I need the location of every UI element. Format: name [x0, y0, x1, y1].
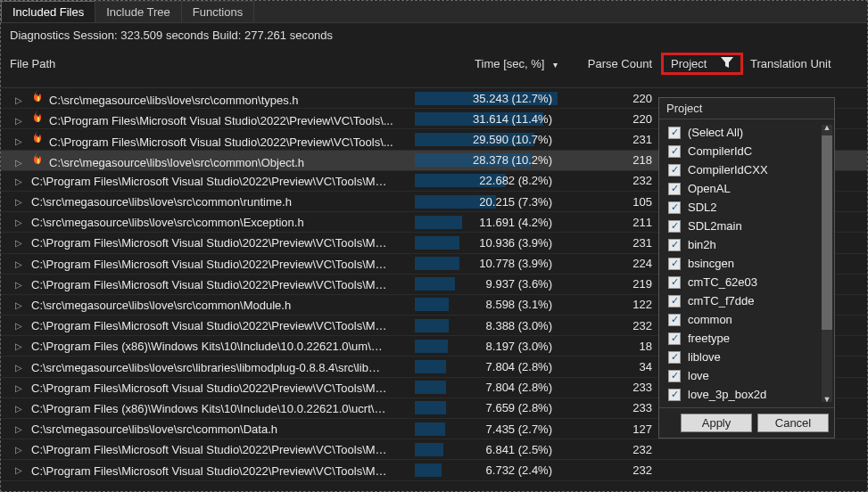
filter-item[interactable]: ✓bsincgen	[666, 254, 831, 273]
header-translation-unit[interactable]: Translation Unit	[745, 57, 861, 70]
header-time[interactable]: Time [sec, %] ▾	[415, 57, 566, 70]
checkbox-icon[interactable]: ✓	[668, 314, 681, 326]
expand-icon[interactable]: ▷	[15, 176, 28, 186]
checkbox-icon[interactable]: ✓	[668, 239, 681, 251]
filter-item[interactable]: ✓love	[666, 366, 831, 385]
table-row[interactable]: ▷C:\Program Files\Microsoft Visual Studi…	[1, 460, 867, 480]
cell-parse-count: 105	[566, 195, 656, 209]
filter-item[interactable]: ✓OpenAL	[666, 179, 831, 198]
project-filter-popup: Project ▲ ▼ ✓(Select All)✓CompilerIdC✓Co…	[658, 97, 835, 439]
filter-apply-button[interactable]: Apply	[681, 414, 752, 432]
filter-footer: Apply Cancel	[659, 407, 834, 438]
cell-file-path: ▷C:\Program Files (x86)\Windows Kits\10\…	[4, 401, 415, 415]
checkbox-icon[interactable]: ✓	[668, 370, 681, 382]
filter-item[interactable]: ✓CompilerIdCXX	[666, 160, 831, 179]
expand-icon[interactable]: ▷	[15, 136, 28, 146]
filter-item[interactable]: ✓freetype	[666, 329, 831, 348]
checkbox-icon[interactable]: ✓	[668, 351, 681, 364]
cell-parse-count: 127	[566, 422, 656, 436]
tab-bar: Included FilesInclude TreeFunctions	[1, 1, 867, 23]
header-parse-count[interactable]: Parse Count	[566, 57, 656, 70]
tab-include-tree[interactable]: Include Tree	[95, 1, 182, 22]
filter-icon[interactable]	[721, 57, 733, 70]
cell-time: 28.378 (10.2%)	[415, 153, 566, 167]
filter-item-label: love	[688, 369, 709, 382]
cell-file-path: ▷C:\Program Files\Microsoft Visual Studi…	[4, 318, 415, 332]
cell-file-path: ▷C:\src\megasource\libs\love\src\common\…	[4, 298, 415, 312]
cell-file-path: ▷C:\Program Files\Microsoft Visual Studi…	[4, 130, 415, 148]
expand-icon[interactable]: ▷	[15, 217, 28, 227]
filter-item[interactable]: ✓SDL2main	[666, 217, 831, 235]
cell-time: 11.691 (4.2%)	[415, 216, 566, 229]
expand-icon[interactable]: ▷	[15, 445, 28, 455]
cell-time: 9.937 (3.6%)	[415, 277, 566, 291]
cell-parse-count: 232	[566, 174, 656, 187]
expand-icon[interactable]: ▷	[15, 424, 28, 434]
cell-file-path: ▷C:\Program Files (x86)\Windows Kits\10\…	[4, 339, 415, 353]
cell-time: 8.197 (3.0%)	[415, 340, 566, 353]
file-path-text: C:\Program Files (x86)\Windows Kits\10\I…	[31, 340, 388, 353]
table-row[interactable]: ▷C:\Program Files\Microsoft Visual Studi…	[1, 439, 867, 460]
tab-functions[interactable]: Functions	[181, 1, 254, 22]
cell-time: 10.936 (3.9%)	[415, 236, 566, 250]
checkbox-icon[interactable]: ✓	[668, 127, 681, 139]
scroll-up-icon[interactable]: ▲	[822, 123, 832, 132]
cell-file-path: ▷C:\Program Files\Microsoft Visual Studi…	[4, 381, 415, 395]
checkbox-icon[interactable]: ✓	[668, 258, 681, 270]
cell-time: 7.804 (2.8%)	[415, 360, 566, 373]
expand-icon[interactable]: ▷	[15, 238, 28, 248]
header-project[interactable]: Project	[656, 53, 745, 75]
expand-icon[interactable]: ▷	[15, 341, 28, 351]
filter-cancel-button[interactable]: Cancel	[757, 414, 829, 432]
filter-item[interactable]: ✓common	[666, 310, 831, 329]
checkbox-icon[interactable]: ✓	[668, 389, 681, 401]
filter-item[interactable]: ✓love_3p_box2d	[666, 385, 831, 404]
header-file-path[interactable]: File Path	[4, 57, 415, 70]
checkbox-icon[interactable]: ✓	[668, 295, 681, 308]
expand-icon[interactable]: ▷	[15, 321, 28, 331]
expand-icon[interactable]: ▷	[15, 280, 28, 290]
filter-item[interactable]: ✓liblove	[666, 348, 831, 366]
expand-icon[interactable]: ▷	[15, 116, 28, 126]
expand-icon[interactable]: ▷	[15, 95, 28, 105]
filter-scrollbar[interactable]: ▲ ▼	[822, 125, 832, 402]
expand-icon[interactable]: ▷	[15, 300, 28, 310]
expand-icon[interactable]: ▷	[15, 465, 28, 475]
cell-parse-count: 233	[566, 401, 656, 414]
checkbox-icon[interactable]: ✓	[668, 201, 681, 214]
cell-file-path: ▷C:\src\megasource\libs\love\src\common\…	[4, 194, 415, 209]
scroll-down-icon[interactable]: ▼	[822, 395, 832, 404]
checkbox-icon[interactable]: ✓	[668, 145, 681, 158]
cell-file-path: ▷C:\src\megasource\libs\love\src\common\…	[4, 215, 415, 229]
checkbox-icon[interactable]: ✓	[668, 332, 681, 345]
scroll-thumb[interactable]	[822, 135, 832, 330]
checkbox-icon[interactable]: ✓	[668, 276, 681, 289]
expand-icon[interactable]: ▷	[15, 158, 28, 168]
checkbox-icon[interactable]: ✓	[668, 220, 681, 233]
filter-item[interactable]: ✓CompilerIdC	[666, 142, 831, 160]
cell-time: 7.435 (2.7%)	[415, 422, 566, 436]
cell-file-path: ▷C:\Program Files\Microsoft Visual Studi…	[4, 235, 415, 250]
filter-item[interactable]: ✓(Select All)	[666, 123, 831, 142]
expand-icon[interactable]: ▷	[15, 363, 28, 373]
filter-item[interactable]: ✓bin2h	[666, 235, 831, 254]
checkbox-icon[interactable]: ✓	[668, 164, 681, 176]
diagnostics-status: Diagnostics Session: 323.509 seconds Bui…	[1, 23, 867, 47]
filter-item[interactable]: ✓cmTC_62e03	[666, 273, 831, 291]
filter-item[interactable]: ✓SDL2	[666, 198, 831, 217]
tab-included-files[interactable]: Included Files	[1, 1, 95, 22]
expand-icon[interactable]: ▷	[15, 383, 28, 393]
filter-item-label: love_3p_box2d	[688, 388, 766, 401]
cell-time: 20.215 (7.3%)	[415, 195, 566, 209]
file-path-text: C:\Program Files\Microsoft Visual Studio…	[31, 443, 388, 456]
expand-icon[interactable]: ▷	[15, 259, 28, 269]
expand-icon[interactable]: ▷	[15, 404, 28, 414]
expand-icon[interactable]: ▷	[15, 197, 28, 207]
cell-time: 10.778 (3.9%)	[415, 257, 566, 270]
checkbox-icon[interactable]: ✓	[668, 183, 681, 195]
cell-file-path: ▷C:\Program Files\Microsoft Visual Studi…	[4, 442, 415, 456]
filter-item[interactable]: ✓cmTC_f7dde	[666, 291, 831, 310]
cell-parse-count: 219	[566, 277, 656, 291]
filter-item-label: common	[688, 313, 732, 326]
cell-parse-count: 231	[566, 236, 656, 250]
